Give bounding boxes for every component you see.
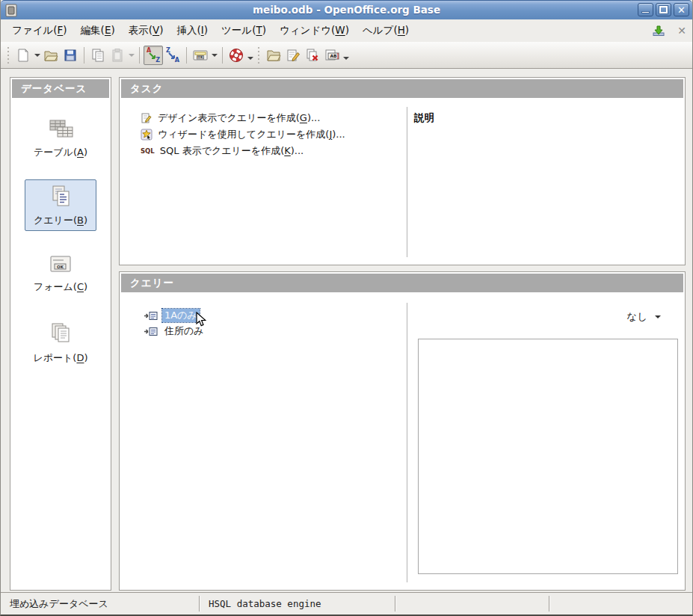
toolbar-grip[interactable]: [6, 47, 11, 64]
app-window: meibo.odb - OpenOffice.org Base ✕ ファイル(F…: [0, 0, 693, 616]
open-object-icon: [266, 48, 281, 63]
save-icon: [63, 48, 78, 63]
paste-dropdown[interactable]: [127, 46, 135, 65]
query-icon: [144, 327, 158, 336]
window-title: meibo.odb - OpenOffice.org Base: [1, 4, 692, 16]
menu-file[interactable]: ファイル(F): [5, 21, 74, 40]
sidebar-item-label: レポート(D): [25, 351, 96, 365]
open-button[interactable]: [41, 46, 61, 65]
form-controls-button[interactable]: OK: [191, 46, 210, 65]
close-button[interactable]: ✕: [674, 3, 689, 16]
tables-icon: [46, 118, 76, 142]
query-list: 1Aのみ 住所のみ: [144, 309, 206, 340]
sidebar-item-label: クエリー(B): [25, 214, 96, 227]
tasks-header: タスク: [121, 79, 683, 98]
menu-insert[interactable]: 挿入(I): [170, 21, 215, 40]
toolbar-separator: [186, 47, 187, 64]
menu-window[interactable]: ウィンドウ(W): [273, 21, 356, 40]
query-item-1a[interactable]: 1Aのみ: [144, 309, 206, 322]
preview-mode-value: なし: [626, 310, 647, 324]
svg-text:OK: OK: [57, 265, 64, 269]
preview-area: [418, 339, 678, 574]
menu-help[interactable]: ヘルプ(H): [356, 21, 416, 40]
menu-edit[interactable]: 編集(E): [74, 21, 122, 40]
svg-text:OK: OK: [197, 55, 203, 59]
minimize-button[interactable]: [638, 3, 653, 16]
queries-divider: [407, 303, 407, 582]
new-document-icon: [16, 48, 31, 63]
sidebar-item-forms[interactable]: OK フォーム(C): [25, 249, 96, 298]
status-database-type: 埋め込みデータベース: [1, 593, 199, 615]
delete-icon: [305, 48, 320, 63]
update-download-icon[interactable]: [652, 25, 665, 37]
queries-icon: [46, 185, 76, 210]
status-divider: [395, 596, 395, 612]
main-toolbar: A Z Z A OK: [1, 42, 692, 69]
query-name: 1Aのみ: [162, 309, 200, 322]
edit-pencil-icon: [286, 48, 301, 63]
help-button[interactable]: [227, 46, 246, 65]
menu-tools[interactable]: ツール(T): [215, 21, 273, 40]
wizard-icon: [141, 129, 153, 141]
tasks-divider: [407, 107, 407, 257]
maximize-button[interactable]: [656, 3, 671, 16]
query-name: 住所のみ: [162, 324, 206, 338]
toolbar-grip[interactable]: [256, 47, 262, 64]
sort-ascending-button[interactable]: A Z: [144, 46, 163, 65]
sidebar-item-tables[interactable]: テーブル(A): [25, 113, 96, 163]
menubar: ファイル(F) 編集(E) 表示(V) 挿入(I) ツール(T) ウィンドウ(W…: [1, 19, 692, 42]
forms-icon: OK: [46, 254, 76, 277]
new-document-button[interactable]: [13, 46, 33, 65]
query-icon: [144, 311, 158, 321]
preview-mode-dropdown[interactable]: なし: [626, 310, 661, 324]
open-folder-icon: [43, 48, 58, 63]
rename-object-button[interactable]: AB: [322, 46, 342, 65]
sidebar-item-label: フォーム(C): [25, 280, 96, 294]
status-engine: HSQL database engine: [200, 593, 394, 615]
maximize-icon: [659, 6, 668, 13]
paste-button[interactable]: [108, 46, 127, 65]
toolbar-separator: [139, 47, 140, 64]
query-item-address[interactable]: 住所のみ: [144, 324, 206, 338]
copy-button[interactable]: [88, 46, 108, 65]
help-lifebuoy-icon: [229, 48, 244, 63]
reports-icon: [46, 322, 76, 348]
status-divider: [549, 596, 549, 612]
task-create-query-sql[interactable]: SQL SQL 表示でクエリーを作成(K)...: [141, 143, 345, 159]
form-controls-dropdown[interactable]: [210, 46, 218, 65]
toolbar-separator: [222, 47, 223, 64]
sql-icon: SQL: [141, 147, 155, 155]
sidebar-item-queries[interactable]: クエリー(B): [25, 179, 96, 231]
edit-object-button[interactable]: [283, 46, 303, 65]
sidebar-item-label: テーブル(A): [25, 146, 96, 159]
minimize-icon: [641, 11, 650, 13]
task-create-query-wizard[interactable]: ウィザードを使用してクエリーを作成(J)...: [141, 126, 345, 143]
design-view-icon: [141, 112, 153, 124]
description-title: 説明: [414, 111, 434, 125]
new-document-dropdown[interactable]: [33, 46, 41, 65]
sidebar-item-reports[interactable]: レポート(D): [25, 317, 96, 369]
paste-icon: [110, 48, 125, 63]
tasks-panel: タスク デザイン表示でクエリーを作成(G)...: [119, 77, 686, 265]
save-button[interactable]: [61, 46, 80, 65]
toolbar-overflow-dropdown[interactable]: [342, 46, 350, 65]
form-ok-icon: OK: [192, 48, 209, 63]
open-database-object-button[interactable]: [264, 46, 283, 65]
menu-view[interactable]: 表示(V): [122, 21, 170, 40]
delete-object-button[interactable]: [303, 46, 322, 65]
document-close-icon[interactable]: ✕: [677, 25, 686, 37]
sort-descending-icon: Z A: [165, 48, 180, 63]
titlebar[interactable]: meibo.odb - OpenOffice.org Base ✕: [1, 0, 692, 19]
toolbar-overflow-dropdown[interactable]: [246, 46, 254, 65]
close-icon: ✕: [674, 4, 689, 16]
sidebar-header: データベース: [12, 79, 109, 98]
statusbar: 埋め込みデータベース HSQL database engine: [1, 592, 692, 615]
queries-header: クエリー: [121, 274, 683, 292]
svg-text:AB: AB: [330, 53, 337, 58]
task-create-query-design[interactable]: デザイン表示でクエリーを作成(G)...: [141, 110, 345, 126]
copy-icon: [90, 48, 105, 63]
sort-descending-button[interactable]: Z A: [163, 46, 182, 65]
toolbar-separator: [84, 47, 84, 64]
queries-panel: クエリー 1Aのみ 住所のみ: [119, 271, 686, 591]
rename-icon: AB: [324, 48, 340, 63]
